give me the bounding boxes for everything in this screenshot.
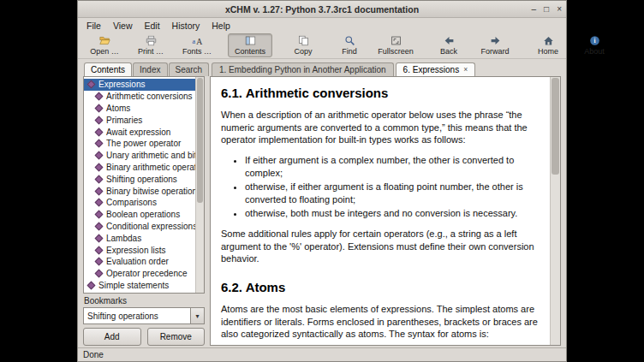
print-button[interactable]: Print … [128, 33, 173, 57]
paragraph: Some additional rules apply for certain … [221, 228, 540, 265]
contents-panel-icon [245, 35, 256, 46]
topic-icon [95, 139, 104, 148]
tree-item[interactable]: Shifting operations [84, 173, 196, 185]
topic-icon [95, 104, 104, 113]
document-tabs: 1. Embedding Python in Another Applicati… [210, 62, 561, 76]
find-button[interactable]: Find [327, 33, 372, 57]
tree-item[interactable]: Await expression [84, 126, 196, 138]
copy-icon [298, 35, 309, 46]
window-controls: – □ × [532, 1, 562, 17]
sidebar: Contents Index Search Expressions Arithm… [83, 62, 205, 346]
chevron-down-icon[interactable]: ▾ [190, 308, 204, 323]
tree-item[interactable]: Comparisons [84, 197, 196, 209]
list-item: otherwise, both must be integers and no … [245, 207, 540, 220]
about-button[interactable]: i About [572, 33, 617, 57]
tab-contents[interactable]: Contents [84, 62, 132, 76]
minimize-icon[interactable]: – [532, 5, 537, 14]
topic-icon [95, 116, 104, 124]
tree-item[interactable]: Binary arithmetic operation [84, 162, 196, 174]
open-button[interactable]: Open … [82, 33, 127, 57]
tree-item[interactable]: The power operator [84, 138, 196, 150]
contents-toggle-button[interactable]: Contents [228, 33, 272, 57]
tree-item[interactable]: Primaries [84, 114, 196, 126]
tree-item[interactable]: Binary bitwise operations [84, 185, 196, 197]
tree-scrollbar-thumb[interactable] [197, 78, 203, 203]
home-button[interactable]: Home [526, 33, 570, 57]
menu-bar: File View Edit History Help [78, 18, 566, 33]
tree-item[interactable]: Lambdas [84, 232, 196, 244]
close-icon[interactable]: × [557, 5, 562, 14]
topic-icon [95, 151, 104, 160]
tab-close-icon[interactable]: × [463, 66, 468, 74]
fonts-icon: aA [192, 35, 203, 46]
conversion-rules-list: If either argument is a complex number, … [221, 154, 540, 220]
tree-item[interactable]: Unary arithmetic and bitwis [84, 150, 196, 162]
menu-edit[interactable]: Edit [139, 20, 166, 32]
copy-button[interactable]: Copy [281, 33, 325, 57]
bookmarks-combobox[interactable]: Shifting operations ▾ [83, 307, 205, 324]
back-button[interactable]: Back [426, 33, 471, 57]
tree-item[interactable]: Expression lists [84, 244, 196, 256]
open-folder-icon [99, 35, 110, 46]
paragraph: Atoms are the most basic elements of exp… [221, 303, 540, 341]
bookmarks-panel: Bookmarks Shifting operations ▾ Add Remo… [83, 294, 205, 346]
document-view: 6.1. Arithmetic conversions When a descr… [210, 76, 561, 346]
section-heading-6-2: 6.2. Atoms [221, 280, 540, 294]
title-bar: xCHM v. 1.27: Python 3.7.3rc1 documentat… [78, 1, 566, 18]
topic-icon [95, 270, 104, 278]
topic-icon [95, 187, 104, 195]
sidebar-tabs: Contents Index Search [83, 62, 205, 76]
bookmarks-selected-value: Shifting operations [84, 308, 190, 323]
window-title: xCHM v. 1.27: Python 3.7.3rc1 documentat… [78, 4, 566, 15]
about-icon: i [589, 35, 600, 46]
list-item: If either argument is a complex number, … [245, 154, 540, 179]
tree-item[interactable]: Expressions [84, 79, 196, 91]
tab-search[interactable]: Search [169, 62, 210, 76]
status-text: Done [83, 350, 104, 359]
document-content: 6.1. Arithmetic conversions When a descr… [211, 77, 551, 345]
menu-view[interactable]: View [107, 20, 139, 32]
add-bookmark-button[interactable]: Add [83, 328, 141, 346]
fullscreen-button[interactable]: Fullscreen [373, 33, 418, 57]
contents-tree: Expressions Arithmetic conversions Atoms… [83, 76, 205, 294]
back-arrow-icon [444, 35, 455, 46]
topic-icon [95, 199, 104, 207]
doc-tab-embedding[interactable]: 1. Embedding Python in Another Applicati… [212, 62, 394, 76]
document-scrollbar[interactable] [550, 77, 560, 345]
topic-icon [87, 293, 96, 294]
content-pane: 1. Embedding Python in Another Applicati… [210, 62, 561, 346]
fonts-button[interactable]: aA Fonts … [175, 33, 219, 57]
tree-scrollbar[interactable] [195, 77, 204, 293]
topic-icon [95, 128, 104, 136]
forward-button[interactable]: Forward [473, 33, 517, 57]
tree-item[interactable]: Operator precedence [84, 268, 196, 280]
topic-icon [95, 211, 104, 219]
tree-item[interactable]: Evaluation order [84, 256, 196, 268]
topic-icon [87, 281, 96, 289]
tree-item[interactable]: Atoms [84, 103, 196, 115]
toolbar: Open … Print … aA Fonts … Contents Copy … [78, 33, 566, 59]
svg-text:i: i [593, 37, 595, 45]
tree-item[interactable]: Simple statements [84, 280, 196, 292]
topic-icon [95, 246, 104, 254]
menu-history[interactable]: History [166, 20, 206, 32]
maximize-icon[interactable]: □ [544, 5, 549, 14]
tree-item[interactable]: Boolean operations [84, 209, 196, 221]
menu-file[interactable]: File [80, 20, 107, 32]
tab-index[interactable]: Index [133, 62, 167, 76]
topic-icon [95, 223, 104, 231]
section-heading-6-1: 6.1. Arithmetic conversions [221, 86, 540, 100]
tree-item[interactable]: Arithmetic conversions [84, 91, 196, 103]
app-window: xCHM v. 1.27: Python 3.7.3rc1 documentat… [77, 0, 567, 362]
tree-item[interactable]: Compound statements [84, 291, 196, 294]
menu-help[interactable]: Help [206, 20, 236, 32]
document-scrollbar-thumb[interactable] [552, 78, 559, 175]
tree-rows: Expressions Arithmetic conversions Atoms… [84, 79, 196, 294]
svg-text:A: A [196, 37, 202, 46]
fullscreen-icon [391, 35, 402, 46]
printer-icon [146, 35, 157, 46]
tree-item[interactable]: Conditional expressions [84, 221, 196, 233]
doc-tab-expressions[interactable]: 6. Expressions × [396, 62, 476, 76]
remove-bookmark-button[interactable]: Remove [147, 328, 206, 346]
topic-icon [95, 163, 104, 172]
